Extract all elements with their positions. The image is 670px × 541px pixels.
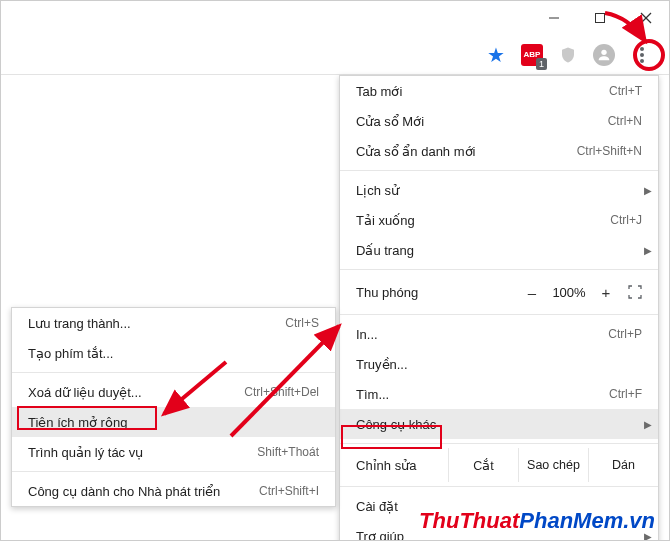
watermark-part2: PhanMem.vn	[519, 508, 655, 533]
label: Cửa sổ ẩn danh mới	[356, 144, 475, 159]
label: Truyền...	[356, 357, 408, 372]
submenu-extensions[interactable]: Tiện ích mở rộng	[12, 407, 335, 437]
close-button[interactable]	[623, 1, 669, 35]
abp-badge: 1	[536, 58, 547, 70]
more-tools-submenu: Lưu trang thành... Ctrl+S Tạo phím tắt..…	[11, 307, 336, 507]
window-titlebar	[1, 1, 669, 35]
zoom-out-button[interactable]: –	[518, 284, 546, 301]
menu-edit-row: Chỉnh sửa Cắt Sao chép Dán	[340, 448, 658, 482]
label: Tạo phím tắt...	[28, 346, 113, 361]
submenu-clear-data[interactable]: Xoá dữ liệu duyệt... Ctrl+Shift+Del	[12, 377, 335, 407]
separator	[12, 471, 335, 472]
menu-more-tools[interactable]: Công cụ khác ▶	[340, 409, 658, 439]
paste-button[interactable]: Dán	[588, 448, 658, 482]
label: Trợ giúp	[356, 529, 404, 542]
shortcut: Ctrl+Shift+N	[577, 144, 642, 158]
menu-bookmarks[interactable]: Dấu trang ▶	[340, 235, 658, 265]
separator	[340, 170, 658, 171]
submenu-save-page[interactable]: Lưu trang thành... Ctrl+S	[12, 308, 335, 338]
menu-new-tab[interactable]: Tab mới Ctrl+T	[340, 76, 658, 106]
abp-extension-icon[interactable]: ABP 1	[521, 44, 543, 66]
watermark: ThuThuatPhanMem.vn	[419, 508, 655, 534]
label: In...	[356, 327, 378, 342]
svg-point-4	[601, 49, 606, 54]
minimize-button[interactable]	[531, 1, 577, 35]
menu-incognito[interactable]: Cửa sổ ẩn danh mới Ctrl+Shift+N	[340, 136, 658, 166]
chevron-right-icon: ▶	[644, 185, 652, 196]
browser-toolbar: ★ ABP 1	[1, 35, 669, 75]
chrome-main-menu: Tab mới Ctrl+T Cửa sổ Mới Ctrl+N Cửa sổ …	[339, 75, 659, 541]
label: Cài đặt	[356, 499, 398, 514]
chevron-right-icon: ▶	[644, 245, 652, 256]
label: Công cụ dành cho Nhà phát triển	[28, 484, 220, 499]
chevron-right-icon: ▶	[644, 419, 652, 430]
svg-rect-1	[596, 14, 605, 23]
menu-cast[interactable]: Truyền...	[340, 349, 658, 379]
submenu-task-manager[interactable]: Trình quản lý tác vụ Shift+Thoát	[12, 437, 335, 467]
submenu-dev-tools[interactable]: Công cụ dành cho Nhà phát triển Ctrl+Shi…	[12, 476, 335, 506]
label: Lịch sử	[356, 183, 399, 198]
separator	[12, 372, 335, 373]
label: Tìm...	[356, 387, 389, 402]
label: Công cụ khác	[356, 417, 436, 432]
shortcut: Shift+Thoát	[257, 445, 319, 459]
kebab-menu-button[interactable]	[629, 42, 655, 68]
copy-button[interactable]: Sao chép	[518, 448, 588, 482]
separator	[340, 269, 658, 270]
separator	[340, 486, 658, 487]
menu-history[interactable]: Lịch sử ▶	[340, 175, 658, 205]
privacy-shield-icon[interactable]	[557, 44, 579, 66]
label: Lưu trang thành...	[28, 316, 131, 331]
label: Tiện ích mở rộng	[28, 415, 127, 430]
label: Cửa sổ Mới	[356, 114, 424, 129]
shortcut: Ctrl+F	[609, 387, 642, 401]
menu-zoom-row: Thu phóng – 100% +	[340, 274, 658, 310]
menu-find[interactable]: Tìm... Ctrl+F	[340, 379, 658, 409]
watermark-part1: ThuThuat	[419, 508, 519, 533]
shortcut: Ctrl+N	[608, 114, 642, 128]
profile-avatar-icon[interactable]	[593, 44, 615, 66]
separator	[340, 314, 658, 315]
shortcut: Ctrl+Shift+I	[259, 484, 319, 498]
label: Dấu trang	[356, 243, 414, 258]
zoom-in-button[interactable]: +	[592, 284, 620, 301]
zoom-label: Thu phóng	[356, 285, 518, 300]
menu-new-window[interactable]: Cửa sổ Mới Ctrl+N	[340, 106, 658, 136]
label: Tải xuống	[356, 213, 415, 228]
zoom-value: 100%	[546, 285, 592, 300]
submenu-create-shortcut[interactable]: Tạo phím tắt...	[12, 338, 335, 368]
cut-button[interactable]: Cắt	[448, 448, 518, 482]
label: Tab mới	[356, 84, 402, 99]
shortcut: Ctrl+J	[610, 213, 642, 227]
shortcut: Ctrl+S	[285, 316, 319, 330]
fullscreen-icon[interactable]	[620, 285, 650, 299]
bookmark-star-icon[interactable]: ★	[485, 44, 507, 66]
menu-print[interactable]: In... Ctrl+P	[340, 319, 658, 349]
label: Trình quản lý tác vụ	[28, 445, 143, 460]
separator	[340, 443, 658, 444]
menu-downloads[interactable]: Tải xuống Ctrl+J	[340, 205, 658, 235]
shortcut: Ctrl+Shift+Del	[244, 385, 319, 399]
shortcut: Ctrl+P	[608, 327, 642, 341]
label: Xoá dữ liệu duyệt...	[28, 385, 142, 400]
shortcut: Ctrl+T	[609, 84, 642, 98]
maximize-button[interactable]	[577, 1, 623, 35]
edit-label: Chỉnh sửa	[340, 458, 448, 473]
